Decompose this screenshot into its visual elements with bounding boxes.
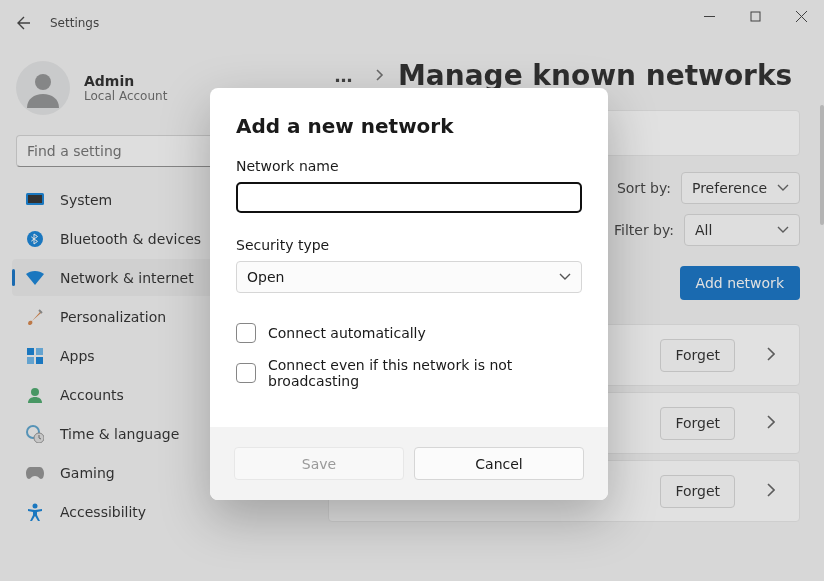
add-network-dialog: Add a new network Network name Security … bbox=[210, 88, 608, 500]
connect-auto-row[interactable]: Connect automatically bbox=[236, 323, 582, 343]
dialog-body: Add a new network Network name Security … bbox=[210, 88, 608, 427]
security-type-select[interactable]: Open bbox=[236, 261, 582, 293]
dialog-footer: Save Cancel bbox=[210, 427, 608, 500]
save-button[interactable]: Save bbox=[234, 447, 404, 480]
cancel-button[interactable]: Cancel bbox=[414, 447, 584, 480]
connect-auto-label: Connect automatically bbox=[268, 325, 426, 341]
security-type-label: Security type bbox=[236, 237, 582, 253]
chevron-down-icon bbox=[559, 273, 571, 281]
connect-auto-checkbox[interactable] bbox=[236, 323, 256, 343]
connect-hidden-row[interactable]: Connect even if this network is not broa… bbox=[236, 357, 582, 389]
connect-hidden-checkbox[interactable] bbox=[236, 363, 256, 383]
connect-hidden-label: Connect even if this network is not broa… bbox=[268, 357, 582, 389]
network-name-input[interactable] bbox=[236, 182, 582, 213]
security-type-value: Open bbox=[247, 269, 284, 285]
network-name-label: Network name bbox=[236, 158, 582, 174]
dialog-title: Add a new network bbox=[236, 114, 582, 138]
